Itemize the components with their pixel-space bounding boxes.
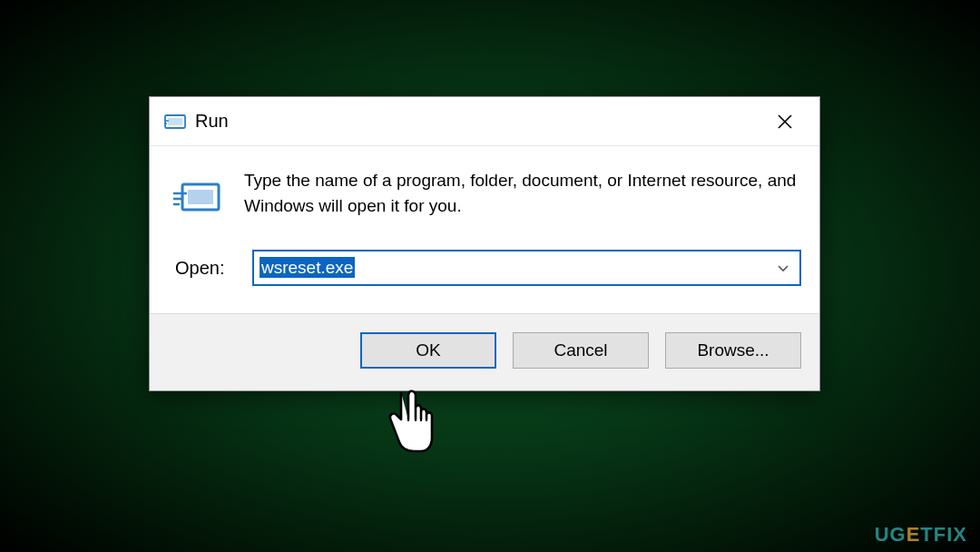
pointer-cursor-icon [381, 383, 436, 456]
titlebar: Run [150, 97, 819, 146]
ok-button[interactable]: OK [360, 332, 496, 369]
close-icon [777, 113, 793, 130]
chevron-down-icon[interactable] [767, 251, 799, 284]
open-input[interactable]: wsreset.exe [254, 254, 767, 281]
open-input-selected-text: wsreset.exe [260, 257, 355, 278]
svg-rect-5 [188, 190, 213, 204]
browse-button-label: Browse... [697, 340, 769, 360]
cancel-button[interactable]: Cancel [513, 332, 649, 369]
open-label: Open: [175, 258, 234, 279]
open-row: Open: wsreset.exe [150, 232, 819, 313]
cancel-button-label: Cancel [554, 340, 607, 360]
dialog-body: Type the name of a program, folder, docu… [150, 146, 819, 232]
svg-rect-1 [168, 118, 182, 125]
open-combobox[interactable]: wsreset.exe [252, 250, 801, 286]
close-button[interactable] [760, 104, 810, 140]
browse-button[interactable]: Browse... [665, 332, 801, 369]
dialog-footer: OK Cancel Browse... [150, 313, 819, 390]
run-large-icon [173, 172, 224, 222]
ok-button-label: OK [416, 340, 440, 360]
watermark: UGETFIX [875, 523, 967, 547]
run-dialog: Run Type the name of a program, folder, … [149, 96, 820, 391]
dialog-description: Type the name of a program, folder, docu… [244, 168, 801, 218]
run-icon [164, 113, 186, 131]
window-title: Run [195, 111, 229, 132]
